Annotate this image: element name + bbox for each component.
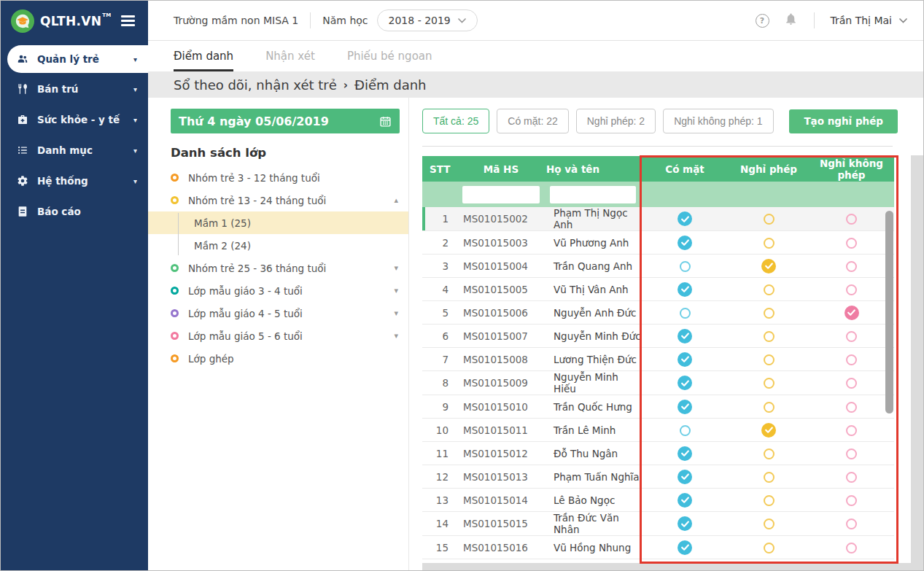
attendance-filter-chip[interactable]: Tất cả: 25: [422, 109, 489, 133]
sidebar-item[interactable]: Sức khỏe - y tế▾: [1, 105, 148, 134]
co-mat-checked-icon[interactable]: [678, 376, 692, 390]
chevron-up-icon[interactable]: ▴: [394, 195, 398, 205]
student-row[interactable]: 8MS01015009Nguyễn Minh Hiếu: [422, 371, 894, 395]
co-mat-checked-icon[interactable]: [678, 446, 692, 461]
attendance-filter-chip[interactable]: Có mặt: 22: [497, 109, 568, 133]
chevron-down-icon[interactable]: ▾: [394, 286, 398, 295]
nghi-khong-phep-checked-icon[interactable]: [845, 306, 859, 320]
nghi-khong-phep-radio-icon[interactable]: [846, 378, 857, 389]
co-mat-radio-icon[interactable]: [680, 425, 691, 436]
ma-hs-filter-input[interactable]: [462, 186, 540, 203]
co-mat-checked-icon[interactable]: [678, 400, 692, 414]
class-group-item[interactable]: Nhóm trẻ 3 - 12 tháng tuổi: [148, 166, 408, 189]
attendance-filter-chip[interactable]: Nghỉ không phép: 1: [663, 109, 773, 133]
co-mat-checked-icon[interactable]: [678, 493, 692, 508]
chevron-down-icon[interactable]: ▾: [133, 177, 148, 185]
class-group-item[interactable]: Lớp mẫu giáo 3 - 4 tuổi▾: [148, 279, 408, 302]
student-row[interactable]: 10MS01015011Trần Lê Minh: [422, 419, 894, 442]
co-mat-checked-icon[interactable]: [678, 470, 692, 484]
co-mat-checked-icon[interactable]: [678, 329, 692, 343]
nghi-phep-radio-icon[interactable]: [764, 284, 774, 295]
nghi-khong-phep-radio-icon[interactable]: [846, 354, 857, 365]
nghi-phep-radio-icon[interactable]: [764, 378, 774, 389]
student-row[interactable]: 3MS01015004Trần Quang Anh: [422, 255, 894, 278]
nghi-phep-radio-icon[interactable]: [764, 331, 774, 342]
school-year-select[interactable]: 2018 - 2019: [377, 9, 478, 31]
class-group-item[interactable]: Lớp ghép: [148, 347, 408, 370]
nghi-khong-phep-radio-icon[interactable]: [846, 402, 857, 413]
create-leave-button[interactable]: Tạo nghỉ phép: [789, 109, 898, 133]
user-menu[interactable]: Trần Thị Mai: [831, 15, 907, 26]
class-item[interactable]: Mầm 2 (24): [148, 234, 408, 257]
student-row[interactable]: 6MS01015007Nguyễn Minh Đức: [422, 325, 894, 348]
hamburger-menu-icon[interactable]: [120, 10, 136, 32]
chevron-down-icon[interactable]: ▾: [133, 85, 148, 93]
date-picker-header[interactable]: Thứ 4 ngày 05/06/2019: [171, 109, 400, 133]
tab[interactable]: Nhận xét: [265, 50, 315, 71]
nghi-phep-radio-icon[interactable]: [764, 543, 774, 553]
student-row[interactable]: 4MS01015005Vũ Thị Vân Anh: [422, 278, 894, 301]
student-row[interactable]: 5MS01015006Nguyễn Anh Đức: [422, 301, 894, 325]
nghi-phep-radio-icon[interactable]: [764, 518, 774, 529]
panel-horizontal-scrollbar[interactable]: [422, 563, 924, 571]
student-row[interactable]: 9MS01015010Trần Quốc Hưng: [422, 395, 894, 419]
nghi-phep-radio-icon[interactable]: [764, 308, 774, 319]
sidebar-item[interactable]: Hệ thống▾: [1, 166, 148, 195]
nghi-khong-phep-radio-icon[interactable]: [846, 238, 857, 249]
class-group-item[interactable]: Lớp mẫu giáo 4 - 5 tuổi▾: [148, 302, 408, 325]
nghi-khong-phep-radio-icon[interactable]: [846, 425, 857, 436]
nghi-phep-radio-icon[interactable]: [764, 238, 774, 249]
chevron-down-icon[interactable]: ▾: [133, 147, 148, 155]
table-scrollbar-thumb[interactable]: [885, 211, 893, 413]
tab[interactable]: Phiếu bé ngoan: [347, 50, 432, 71]
nghi-phep-radio-icon[interactable]: [764, 495, 774, 506]
ho-va-ten-filter-input[interactable]: [550, 186, 636, 203]
panel-vertical-scrollbar[interactable]: [911, 155, 924, 564]
chevron-down-icon[interactable]: ▾: [133, 55, 148, 63]
nghi-khong-phep-radio-icon[interactable]: [846, 331, 857, 342]
co-mat-checked-icon[interactable]: [678, 282, 692, 297]
chevron-down-icon[interactable]: ▾: [394, 263, 398, 273]
nghi-phep-radio-icon[interactable]: [764, 214, 774, 225]
nghi-phep-radio-icon[interactable]: [764, 402, 774, 413]
student-row[interactable]: 14MS01015015Trần Đức Văn Nhân: [422, 512, 894, 536]
chevron-down-icon[interactable]: ▾: [133, 116, 148, 124]
class-item[interactable]: Mầm 1 (25): [148, 211, 408, 234]
chevron-down-icon[interactable]: ▾: [394, 331, 398, 341]
co-mat-checked-icon[interactable]: [678, 211, 692, 226]
nghi-khong-phep-radio-icon[interactable]: [846, 518, 857, 529]
co-mat-checked-icon[interactable]: [678, 516, 692, 531]
student-row[interactable]: 2MS01015003Vũ Phương Anh: [422, 231, 894, 255]
student-row[interactable]: 13MS01015014Lê Bảo Ngọc: [422, 489, 894, 512]
nghi-phep-checked-icon[interactable]: [761, 259, 776, 273]
co-mat-checked-icon[interactable]: [678, 236, 692, 250]
sidebar-item[interactable]: Danh mục▾: [1, 136, 148, 165]
student-row[interactable]: 7MS01015008Lương Thiện Đức: [422, 348, 894, 371]
co-mat-checked-icon[interactable]: [678, 540, 692, 555]
sidebar-item[interactable]: Bán trú▾: [1, 74, 148, 104]
nghi-khong-phep-radio-icon[interactable]: [846, 448, 857, 459]
class-group-item[interactable]: Lớp mẫu giáo 5 - 6 tuổi▾: [148, 325, 408, 347]
help-icon[interactable]: ?: [756, 14, 769, 28]
nghi-phep-radio-icon[interactable]: [764, 448, 774, 459]
nghi-khong-phep-radio-icon[interactable]: [846, 261, 857, 272]
class-group-item[interactable]: Nhóm trẻ 25 - 36 tháng tuổi▾: [148, 257, 408, 279]
student-row[interactable]: 1MS01015002Phạm Thị Ngọc Anh: [422, 207, 894, 231]
nghi-phep-checked-icon[interactable]: [761, 423, 776, 438]
nghi-khong-phep-radio-icon[interactable]: [846, 472, 857, 483]
nghi-phep-radio-icon[interactable]: [764, 472, 774, 483]
breadcrumb-parent[interactable]: Sổ theo dõi, nhận xét trẻ: [174, 77, 337, 93]
nghi-khong-phep-radio-icon[interactable]: [846, 495, 857, 506]
attendance-filter-chip[interactable]: Nghỉ phép: 2: [576, 109, 656, 133]
co-mat-checked-icon[interactable]: [678, 352, 692, 367]
class-group-item[interactable]: Nhóm trẻ 13 - 24 tháng tuổi▴: [148, 189, 408, 211]
co-mat-radio-icon[interactable]: [680, 261, 691, 272]
nghi-khong-phep-radio-icon[interactable]: [846, 284, 857, 295]
notification-bell-icon[interactable]: [784, 12, 798, 29]
calendar-icon[interactable]: [379, 115, 392, 128]
student-row[interactable]: 15MS01015016Vũ Hồng Nhung: [422, 536, 894, 559]
nghi-khong-phep-radio-icon[interactable]: [846, 543, 857, 553]
tab[interactable]: Điểm danh: [174, 50, 233, 71]
sidebar-item[interactable]: Quản lý trẻ▾: [7, 45, 148, 73]
student-row[interactable]: 12MS01015013Phạm Tuấn Nghĩa: [422, 465, 894, 489]
